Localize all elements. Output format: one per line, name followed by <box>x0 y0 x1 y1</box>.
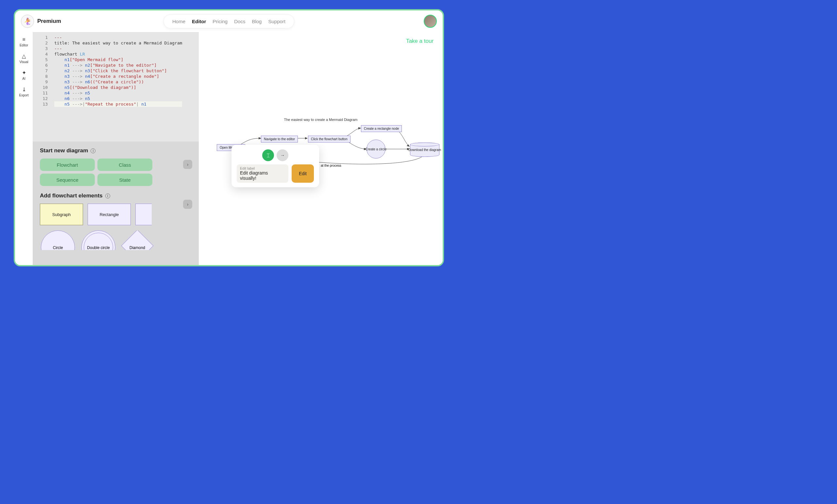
nav-item-editor[interactable]: Editor <box>192 19 206 24</box>
header: 🧜‍♀️ Premium HomeEditorPricingDocsBlogSu… <box>15 11 443 32</box>
shapes-row: Subgraph Rectangle <box>40 204 192 225</box>
shape-label: Diamond <box>129 246 145 250</box>
diagram-btn-state[interactable]: State <box>97 174 153 186</box>
nav-pill: HomeEditorPricingDocsBlogSupport <box>163 14 294 29</box>
logo-icon: 🧜‍♀️ <box>21 15 34 28</box>
sidebar-item-ai[interactable]: ✦AI <box>22 70 26 80</box>
code-lines[interactable]: ---title: The easiest way to create a Me… <box>51 32 182 142</box>
shape-partial[interactable] <box>135 204 152 225</box>
content: ≡Editor△Visual✦AI⤓Export 123456789101112… <box>15 32 443 265</box>
edit-label-field[interactable]: Edit label Edit diagrams visually! <box>237 164 288 183</box>
line-number: 11 <box>33 90 48 96</box>
shape-label: Rectangle <box>100 212 119 217</box>
shapes-row-2: Circle Double circle Diamond <box>40 230 192 250</box>
diagram-title: The easiest way to create a Mermaid Diag… <box>284 118 358 122</box>
line-number: 7 <box>33 68 48 74</box>
code-line[interactable]: flowchart LR <box>54 51 182 57</box>
node-n5[interactable]: Download the diagram <box>410 143 440 157</box>
line-gutter: 12345678910111213 <box>33 32 51 142</box>
elements-title: Add flowchart elements i <box>40 193 192 199</box>
nav-item-home[interactable]: Home <box>172 19 185 24</box>
field-value: Edit diagrams visually! <box>240 170 285 181</box>
logo-wrap: 🧜‍♀️ Premium <box>21 15 61 28</box>
take-tour-link[interactable]: Take a tour <box>406 38 433 44</box>
app-frame: 🧜‍♀️ Premium HomeEditorPricingDocsBlogSu… <box>14 9 444 266</box>
sidebar-item-editor[interactable]: ≡Editor <box>20 37 28 47</box>
sidebar-label: Export <box>19 93 29 97</box>
sidebar-label: AI <box>22 77 25 80</box>
node-n3[interactable]: Click the flowchart button <box>308 136 351 143</box>
code-editor[interactable]: 12345678910111213 ---title: The easiest … <box>33 32 199 142</box>
info-icon[interactable]: i <box>91 148 95 153</box>
shape-rectangle[interactable]: Rectangle <box>88 204 131 225</box>
code-line[interactable]: title: The easiest way to create a Merma… <box>54 40 182 46</box>
diagram-button-grid: FlowchartClassSequenceState <box>40 159 192 186</box>
ai-icon: ✦ <box>22 70 26 76</box>
sidebar-item-export[interactable]: ⤓Export <box>19 86 29 97</box>
user-avatar[interactable] <box>424 15 437 28</box>
shape-label: Double circle <box>87 246 109 250</box>
shape-circle[interactable]: Circle <box>40 230 76 250</box>
start-title: Start new diagram i <box>40 147 192 154</box>
shape-label: Subgraph <box>52 212 71 217</box>
code-line[interactable]: n2 ---> n3["Click the flowchart button"] <box>54 68 182 74</box>
diagram-btn-class[interactable]: Class <box>97 159 153 171</box>
diagram-btn-sequence[interactable]: Sequence <box>40 174 95 186</box>
code-line[interactable]: --- <box>54 46 182 51</box>
line-number: 9 <box>33 79 48 85</box>
popup-icons: ⌶ → <box>237 149 314 161</box>
shape-subgraph[interactable]: Subgraph <box>40 204 83 225</box>
code-line[interactable]: n1["Open Mermaid flow"] <box>54 57 182 62</box>
scroll-right-icon[interactable]: › <box>183 160 192 169</box>
edge-label: at the process <box>320 164 342 167</box>
shape-label: Circle <box>53 246 63 250</box>
sidebar-label: Visual <box>19 60 28 64</box>
export-icon: ⤓ <box>22 86 26 92</box>
sidebar-label: Editor <box>20 43 28 47</box>
info-icon[interactable]: i <box>105 194 110 198</box>
text-cursor-icon[interactable]: ⌶ <box>262 149 274 161</box>
start-title-text: Start new diagram <box>40 147 88 154</box>
line-number: 2 <box>33 40 48 46</box>
diagram-btn-flowchart[interactable]: Flowchart <box>40 159 95 171</box>
line-number: 8 <box>33 74 48 79</box>
node-n4[interactable]: Create a rectangle node <box>361 125 402 132</box>
line-number: 10 <box>33 85 48 90</box>
diagram-canvas[interactable]: Take a tour The easiest way to create a … <box>199 32 443 265</box>
visual-icon: △ <box>22 53 26 59</box>
code-line[interactable]: --- <box>54 35 182 40</box>
nav-item-support[interactable]: Support <box>268 19 285 24</box>
shape-diamond[interactable]: Diamond <box>121 230 154 250</box>
code-line[interactable]: n1 ---> n2["Navigate to the editor"] <box>54 62 182 68</box>
node-n6[interactable]: Create a circle <box>367 140 386 159</box>
shape-double-circle[interactable]: Double circle <box>81 230 117 250</box>
code-line[interactable]: n5[("Download the diagram")] <box>54 85 182 90</box>
nav-item-docs[interactable]: Docs <box>234 19 245 24</box>
line-number: 5 <box>33 57 48 62</box>
code-line[interactable]: n4 ---> n5 <box>54 90 182 96</box>
left-panel: 12345678910111213 ---title: The easiest … <box>33 32 199 265</box>
code-line[interactable]: n3 ---> n6(("Create a circle")) <box>54 79 182 85</box>
code-line[interactable]: n5 --->|"Repeat the process"| n1 <box>54 101 182 107</box>
popup-body: Edit label Edit diagrams visually! Edit <box>237 164 314 183</box>
scroll-right-icon[interactable]: › <box>183 200 192 209</box>
line-number: 4 <box>33 51 48 57</box>
sidebar: ≡Editor△Visual✦AI⤓Export <box>15 32 33 265</box>
line-number: 1 <box>33 35 48 40</box>
node-n2[interactable]: Navigate to the editor <box>261 136 298 143</box>
sidebar-item-visual[interactable]: △Visual <box>19 53 28 64</box>
edit-button[interactable]: Edit <box>292 164 314 183</box>
elements-title-text: Add flowchart elements <box>40 193 103 199</box>
code-line[interactable]: n6 ---> n5 <box>54 96 182 101</box>
field-label: Edit label <box>240 166 285 170</box>
tools-panel: Start new diagram i FlowchartClassSequen… <box>33 142 199 265</box>
arrow-right-icon[interactable]: → <box>277 149 288 161</box>
nav-item-pricing[interactable]: Pricing <box>213 19 228 24</box>
code-line[interactable]: n3 ---> n4["Create a rectangle node"] <box>54 74 182 79</box>
editor-icon: ≡ <box>22 37 25 42</box>
edit-popup: ⌶ → Edit label Edit diagrams visually! E… <box>231 145 319 187</box>
line-number: 13 <box>33 101 48 107</box>
line-number: 6 <box>33 62 48 68</box>
line-number: 3 <box>33 46 48 51</box>
nav-item-blog[interactable]: Blog <box>252 19 262 24</box>
